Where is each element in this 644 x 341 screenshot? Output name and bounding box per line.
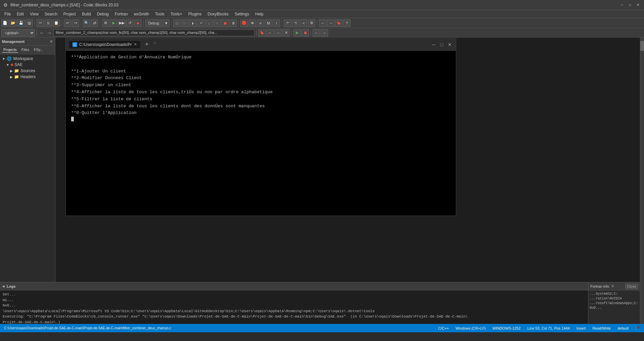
- replace-button[interactable]: ⇄: [91, 19, 98, 27]
- nav-fwd-button[interactable]: →: [327, 19, 334, 27]
- status-flag-icon[interactable]: 🏴: [634, 325, 641, 331]
- breakpoint-button[interactable]: 🔴: [240, 19, 248, 27]
- tree-project-sae[interactable]: ▼ ■ SAE: [5, 62, 54, 68]
- bookmark-icon-btn[interactable]: 🔖: [258, 29, 266, 37]
- save-file-button[interactable]: 💾: [17, 19, 25, 27]
- debug-dropdown-arrow[interactable]: ▼: [163, 19, 169, 27]
- terminal-minimize-button[interactable]: ─: [431, 42, 436, 47]
- copy-button[interactable]: ⎘: [45, 19, 52, 27]
- nav-back-button[interactable]: ←: [319, 19, 326, 27]
- menu-view[interactable]: View: [27, 11, 41, 17]
- tree-sources-folder[interactable]: ▶ 📁 Sources: [9, 68, 54, 74]
- tab-projects[interactable]: Projects: [2, 47, 18, 53]
- terminal-add-tab-button[interactable]: +: [143, 41, 151, 49]
- terminal-tab-close[interactable]: ✕: [134, 42, 137, 47]
- save-all-button[interactable]: 🖫: [25, 19, 33, 27]
- cut-button[interactable]: ✂: [37, 19, 44, 27]
- management-close-button[interactable]: ✕: [50, 39, 53, 44]
- clear-bookmarks-btn[interactable]: ✕: [282, 29, 290, 37]
- tab-files[interactable]: Files: [20, 47, 31, 53]
- build-button[interactable]: ⚙: [102, 19, 109, 27]
- nav-left-arrow[interactable]: ←: [39, 30, 45, 36]
- next-bookmark-btn[interactable]: →: [274, 29, 282, 37]
- uncomment-button[interactable]: */: [292, 19, 299, 27]
- status-position[interactable]: Line 53, Col 71, Pos 1444: [526, 326, 571, 331]
- menu-tools-plus[interactable]: Tools+: [168, 11, 185, 17]
- call-stack-button[interactable]: ≡: [257, 19, 264, 27]
- open-file-button[interactable]: 📂: [9, 19, 17, 27]
- info-button[interactable]: i: [273, 19, 280, 27]
- comment-button[interactable]: /*: [284, 19, 291, 27]
- debug-next-button[interactable]: ⤶: [197, 19, 205, 27]
- main-scrollbar[interactable]: [640, 38, 644, 324]
- debug-run-button[interactable]: ▷: [181, 19, 189, 27]
- terminal-content[interactable]: ***Application de Gestion d'Annuaire Num…: [66, 51, 456, 216]
- scope-dropdown[interactable]: <global>: [1, 29, 35, 37]
- debug-stop-button[interactable]: ⏹: [221, 19, 229, 27]
- debug-continue-button[interactable]: ⏵: [189, 19, 197, 27]
- logs-collapse-left[interactable]: ◀: [2, 284, 5, 288]
- watch-button[interactable]: 👁: [249, 19, 256, 27]
- status-filetype[interactable]: C/C++: [437, 326, 450, 331]
- function-path[interactable]: filtrer_combiner_2_champs(char nom_fic[5…: [53, 30, 255, 36]
- fortran-info-close-button[interactable]: Close: [625, 284, 638, 289]
- menu-fortran[interactable]: Fortran: [112, 11, 130, 17]
- terminal-chevron-button[interactable]: ˅: [154, 42, 156, 47]
- debug-step-out-button[interactable]: ↑: [213, 19, 221, 27]
- terminal-tab[interactable]: C C:\Users\oqais\Downloads\Pr ✕: [69, 41, 140, 48]
- run-button[interactable]: ▶: [110, 19, 117, 27]
- maximize-button[interactable]: □: [627, 2, 633, 8]
- status-permissions[interactable]: Read/Write: [591, 326, 612, 331]
- stop-build-button[interactable]: ■: [134, 19, 142, 27]
- menu-search[interactable]: Search: [42, 11, 60, 17]
- menu-help[interactable]: Help: [253, 11, 266, 17]
- terminal-window-controls: ─ □ ✕: [431, 42, 452, 47]
- nav-extra-1[interactable]: ←: [313, 29, 320, 37]
- doc-button[interactable]: <: [300, 19, 307, 27]
- fortran-info-close-x[interactable]: ✕: [611, 284, 614, 288]
- menu-project[interactable]: Project: [61, 11, 78, 17]
- status-encoding[interactable]: WINDOWS-1252: [491, 326, 522, 331]
- run-green-btn[interactable]: ▶: [293, 29, 301, 37]
- menu-debug[interactable]: Debug: [94, 11, 111, 17]
- menu-edit[interactable]: Edit: [14, 11, 26, 17]
- menu-file[interactable]: File: [2, 11, 13, 17]
- close-button[interactable]: ✕: [635, 2, 641, 8]
- minimize-button[interactable]: ─: [619, 2, 625, 8]
- terminal-maximize-button[interactable]: □: [439, 42, 444, 47]
- terminal-close-button[interactable]: ✕: [447, 42, 452, 47]
- status-language[interactable]: default: [616, 326, 630, 331]
- undo-button[interactable]: ↩: [64, 19, 71, 27]
- new-file-button[interactable]: 📄: [1, 19, 9, 27]
- menu-build[interactable]: Build: [79, 11, 94, 17]
- menu-settings[interactable]: Settings: [232, 11, 252, 17]
- stop-red-btn[interactable]: ◼: [302, 29, 309, 37]
- debug-dropdown-button[interactable]: Debug: [145, 19, 162, 27]
- search-button[interactable]: 🔍: [83, 19, 90, 27]
- tree-headers-folder[interactable]: ▶ 📁 Headers: [9, 74, 54, 80]
- nav-right-arrow[interactable]: →: [46, 30, 53, 36]
- settings-btn2[interactable]: ⚙: [308, 19, 315, 27]
- status-line-ending[interactable]: Windows (CR+LF): [454, 326, 487, 331]
- rebuild-button[interactable]: ↺: [126, 19, 133, 27]
- logs-content[interactable]: Set... Wi... NvD... \Users\oqais\AppData…: [0, 290, 640, 324]
- memory-button[interactable]: M: [265, 19, 272, 27]
- debug-step-button[interactable]: ↓: [205, 19, 213, 27]
- tab-fsy[interactable]: FSy...: [33, 47, 45, 53]
- menu-plugins[interactable]: Plugins: [185, 11, 204, 17]
- help-btn[interactable]: ?: [343, 19, 351, 27]
- status-mode[interactable]: Insert: [575, 326, 587, 331]
- prev-bookmark-btn[interactable]: ←: [266, 29, 274, 37]
- menu-doxyblocks[interactable]: DoxyBlocks: [205, 11, 231, 17]
- debug-pause-button[interactable]: ⏸: [229, 19, 237, 27]
- paste-button[interactable]: 📋: [53, 19, 60, 27]
- redo-button[interactable]: ↪: [72, 19, 79, 27]
- status-filepath[interactable]: C:\Users\oqais\Downloads\Projet-de-SAE-d…: [3, 326, 173, 331]
- menu-tools[interactable]: Tools: [152, 11, 167, 17]
- build-run-button[interactable]: ▶▶: [118, 19, 125, 27]
- bookmarks-button[interactable]: 🔖: [335, 19, 342, 27]
- nav-extra-2[interactable]: →: [321, 29, 328, 37]
- new-window-button[interactable]: □: [173, 19, 180, 27]
- tree-workspace[interactable]: ▼ 🌐 Workspace: [1, 56, 54, 62]
- menu-wxsmith[interactable]: wxSmith: [131, 11, 152, 17]
